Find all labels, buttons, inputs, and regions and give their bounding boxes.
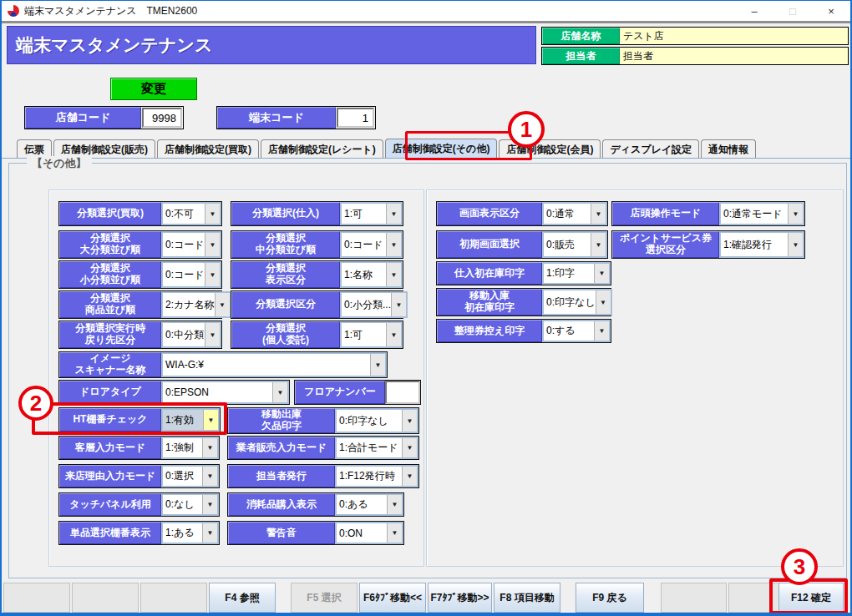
shohin-narabi-select[interactable]: 2:カナ名称▼ — [161, 291, 231, 318]
dropdown-arrow-icon: ▼ — [594, 321, 609, 341]
store-name-value: テスト店 — [620, 28, 848, 44]
app-window: 端末マスタメンテナンス TMEN2600 – □ × 端末マスタメンテナンス 店… — [0, 0, 852, 616]
gyosha-hanbai-mode-select[interactable]: 1:合計モード▼ — [335, 437, 418, 459]
dropdown-arrow-icon: ▼ — [202, 523, 217, 543]
field-ido-nyuko-inji: 移動入庫 初在庫印字 0:印字なし▼ — [436, 288, 611, 316]
field-point-service-ken: ポイントサービス券 選択区分 1:確認発行▼ — [611, 230, 805, 259]
group-title: 【その他】 — [27, 156, 92, 171]
field-drawer-type: ドロアタイプ 0:EPSON▼ — [58, 380, 290, 405]
change-mode-button[interactable]: 変更 — [110, 78, 197, 100]
field-ido-shukko-inji: 移動出庫 欠品印字 0:印字なし▼ — [227, 407, 419, 434]
dropdown-arrow-icon: ▼ — [202, 467, 217, 486]
field-ht-tanaban-check: HT棚番チェック 1:有効▼ — [58, 407, 221, 432]
field-shoki-gamen: 初期画面選択 0:販売▼ — [436, 230, 608, 259]
seiriken-hikae-select[interactable]: 0:する▼ — [542, 320, 611, 342]
staff-label: 担当者 — [542, 48, 620, 64]
shomohin-konyu-select[interactable]: 0:ある▼ — [335, 493, 403, 516]
f5-sentaku-button: F5 選択 — [291, 583, 358, 613]
point-service-ken-select[interactable]: 1:確認発行▼ — [719, 231, 804, 258]
field-tantosha-hakko: 担当者発行 1:F12発行時▼ — [227, 464, 419, 488]
field-seiriken-hikae: 整理券控え印字 0:する▼ — [436, 319, 611, 343]
bunrui-sentaku-kubun-select[interactable]: 0:小分類...▼ — [340, 291, 408, 318]
daibunrui-narabi-select[interactable]: 0:コード▼ — [161, 231, 221, 258]
shobunrui-narabi-select[interactable]: 0:コード▼ — [161, 261, 221, 288]
chubunrui-narabi-select[interactable]: 0:コード▼ — [340, 231, 403, 258]
dropdown-arrow-icon: ▼ — [788, 204, 803, 224]
f7-tab-next-button[interactable]: F7ﾀﾌﾞ移動>> — [428, 583, 492, 613]
dropdown-arrow-icon: ▼ — [386, 233, 401, 256]
dropdown-arrow-icon: ▼ — [370, 354, 385, 376]
f4-sansho-button[interactable]: F4 参照 — [209, 583, 276, 613]
field-shohin-narabi: 分類選択 商品並び順 2:カナ名称▼ — [58, 290, 222, 319]
floor-number-input[interactable] — [385, 381, 420, 404]
field-kyakuso-mode: 客層入力モード 1:強制▼ — [58, 436, 220, 460]
image-scanner-select[interactable]: WIA-G:¥▼ — [161, 352, 387, 377]
field-tanpin-tanaban: 単品選択棚番表示 1:ある▼ — [58, 521, 220, 545]
tab-tsuchi[interactable]: 通知情報 — [701, 139, 756, 159]
field-chubunrui-narabi: 分類選択 中分類並び順 0:コード▼ — [231, 230, 403, 259]
fkey-blank-4 — [661, 583, 727, 613]
f6-tab-prev-button[interactable]: F6ﾀﾌﾞ移動<< — [359, 583, 426, 613]
dropdown-arrow-icon: ▼ — [391, 293, 406, 316]
field-daibunrui-narabi: 分類選択 大分類並び順 0:コード▼ — [58, 230, 222, 259]
ido-nyuko-inji-select[interactable]: 0:印字なし▼ — [542, 289, 612, 316]
field-shomohin-konyu: 消耗品購入表示 0:ある▼ — [227, 492, 404, 517]
field-bunrui-sentaku-kubun: 分類選択区分 0:小分類...▼ — [231, 290, 403, 319]
close-button[interactable]: × — [812, 1, 850, 21]
store-code-field: 店舗コード 9998 — [24, 106, 184, 129]
drawer-type-select[interactable]: 0:EPSON▼ — [161, 381, 289, 404]
tab-display[interactable]: ディスプレイ設定 — [602, 139, 699, 159]
tab-seigyo-receipt[interactable]: 店舗制御設定(レシート) — [261, 139, 383, 159]
staff-row: 担当者 担当者 — [541, 47, 849, 65]
tanpin-tanaban-select[interactable]: 1:ある▼ — [161, 522, 219, 544]
bunrui-kaitori-select[interactable]: 0:不可▼ — [161, 202, 221, 225]
dropdown-arrow-icon: ▼ — [205, 204, 220, 224]
field-touch-panel: タッチパネル利用 0:なし▼ — [58, 492, 220, 517]
field-shobunrui-narabi: 分類選択 小分類並び順 0:コード▼ — [58, 260, 222, 289]
field-hyoji-kubun: 分類選択 表示区分 1:名称▼ — [231, 260, 403, 289]
gamen-hyoji-select[interactable]: 0:通常▼ — [542, 202, 607, 225]
store-name-label: 店舗名称 — [542, 28, 620, 44]
shiire-hatsu-zaiko-select[interactable]: 1:印字▼ — [542, 262, 611, 285]
dropdown-arrow-icon: ▼ — [386, 323, 401, 346]
bunrui-shiire-select[interactable]: 1:可▼ — [340, 202, 403, 225]
dropdown-arrow-icon: ▼ — [594, 264, 609, 283]
tantosha-hakko-select[interactable]: 1:F12発行時▼ — [335, 465, 418, 487]
dropdown-arrow-icon: ▼ — [387, 523, 402, 543]
f12-kakutei-button[interactable]: F12 確定 — [778, 583, 844, 613]
raiten-riyu-mode-select[interactable]: 0:選択▼ — [161, 465, 219, 487]
minimize-button[interactable]: – — [735, 1, 773, 21]
hyoji-kubun-select[interactable]: 1:名称▼ — [340, 261, 403, 288]
ido-shukko-inji-select[interactable]: 0:印字なし▼ — [335, 408, 418, 433]
terminal-code-input[interactable]: 1 — [337, 108, 374, 128]
field-kojin-itaku: 分類選択 (個人委託) 1:可▼ — [231, 321, 403, 349]
tab-seigyo-sonota[interactable]: 店舗制御設定(その他) — [385, 139, 498, 159]
title-bar: 端末マスタメンテナンス TMEN2600 – □ × — [2, 1, 850, 23]
field-image-scanner: イメージ スキャナー名称 WIA-G:¥▼ — [58, 351, 388, 378]
dropdown-arrow-icon: ▼ — [202, 438, 217, 457]
field-gamen-hyoji: 画面表示区分 0:通常▼ — [436, 201, 608, 226]
tab-seigyo-kaitori[interactable]: 店舗制御設定(買取) — [157, 139, 259, 159]
dropdown-arrow-icon: ▼ — [202, 495, 217, 514]
f8-komoku-ido-button[interactable]: F8 項目移動 — [494, 583, 560, 613]
tento-sosa-mode-select[interactable]: 0:通常モード▼ — [719, 202, 804, 225]
f9-modoru-button[interactable]: F9 戻る — [576, 583, 644, 613]
shoki-gamen-select[interactable]: 0:販売▼ — [542, 231, 607, 258]
dropdown-arrow-icon: ▼ — [205, 263, 220, 286]
tab-seigyo-kaiin[interactable]: 店舗制御設定(会員) — [499, 139, 601, 159]
keikokuon-select[interactable]: 0:ON▼ — [335, 522, 403, 544]
store-code-input[interactable]: 9998 — [142, 108, 182, 128]
dropdown-arrow-icon: ▼ — [591, 233, 606, 256]
tab-baseline — [2, 158, 852, 159]
dropdown-arrow-icon: ▼ — [402, 438, 417, 457]
touch-panel-select[interactable]: 0:なし▼ — [161, 493, 219, 516]
kojin-itaku-select[interactable]: 1:可▼ — [340, 321, 403, 348]
field-bunrui-shiire: 分類選択(仕入) 1:可▼ — [231, 201, 403, 226]
ht-tanaban-check-select[interactable]: 1:有効▼ — [161, 408, 220, 432]
field-keikokuon: 警告音 0:ON▼ — [227, 521, 404, 545]
kyakuso-mode-select[interactable]: 1:強制▼ — [161, 437, 219, 459]
terminal-code-label: 端末コード — [217, 107, 336, 129]
modorisaki-kubun-select[interactable]: 0:中分類▼ — [161, 321, 221, 348]
staff-value: 担当者 — [620, 48, 848, 64]
app-icon — [8, 5, 19, 17]
